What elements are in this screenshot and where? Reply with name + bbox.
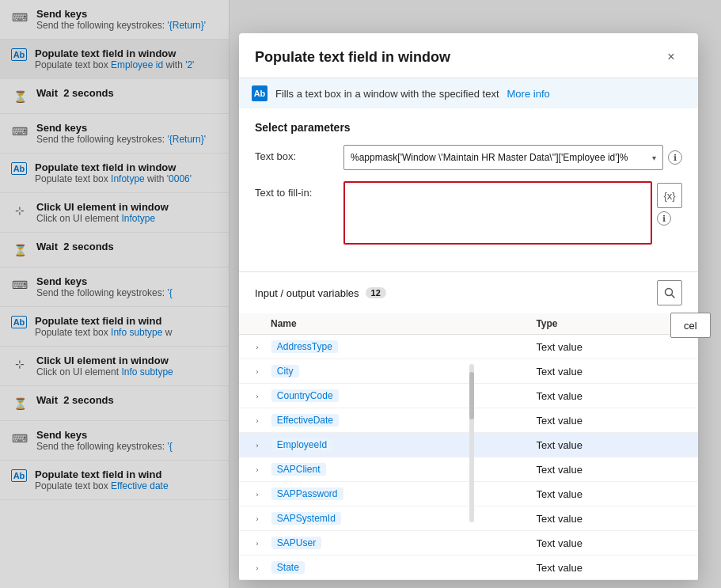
var-row-name: › SAPClient [239, 457, 523, 482]
table-row[interactable]: › SAPSystemId Text value [239, 506, 698, 531]
table-row[interactable]: › City Text value [239, 359, 698, 384]
expand-icon[interactable]: › [252, 415, 263, 427]
textbox-info-icon: Ab [252, 85, 268, 101]
var-row-type: Text value [523, 384, 698, 408]
more-info-link[interactable]: More info [507, 88, 550, 100]
text-fill-row: Text to fill-in: {x} ℹ [255, 181, 682, 245]
var-row-type: Text value [523, 408, 698, 433]
variables-count-badge: 12 [366, 287, 386, 298]
var-name-tag: State [271, 561, 305, 574]
var-name-tag: SAPClient [271, 463, 326, 476]
textbox-info-button[interactable]: ℹ [668, 150, 682, 165]
var-row-name: › CountryCode [239, 384, 523, 408]
var-name-tag: SAPSystemId [271, 512, 341, 525]
variables-title: Input / output variables [255, 287, 359, 299]
modal-close-button[interactable]: × [660, 46, 682, 68]
chevron-down-icon: ▾ [652, 154, 656, 162]
cancel-button[interactable]: cel [670, 313, 711, 338]
populate-text-field-modal: Populate text field in window × Ab Fills… [239, 33, 698, 580]
var-row-name: › SAPPassword [239, 482, 523, 506]
search-icon [664, 287, 675, 298]
var-name-tag: AddressType [271, 340, 338, 353]
var-row-type: Text value [523, 531, 698, 556]
modal-title: Populate text field in window [255, 49, 450, 66]
var-name-tag: CountryCode [271, 389, 339, 402]
variables-search-button[interactable] [657, 280, 682, 305]
textbox-select-value: %appmask['Window \'Maintain HR Master Da… [351, 152, 647, 163]
table-row[interactable]: › EmployeeId Text value [239, 433, 698, 457]
var-row-name: › EmployeeId [239, 433, 523, 457]
var-row-type: Text value [523, 359, 698, 384]
col-name-header: Name [239, 313, 523, 335]
expand-icon[interactable]: › [252, 538, 263, 549]
var-row-name: › SAPSystemId [239, 506, 523, 531]
var-name-tag: City [271, 365, 299, 377]
var-row-type: Text value [523, 433, 698, 457]
table-row[interactable]: › CountryCode Text value [239, 384, 698, 408]
expand-icon[interactable]: › [252, 465, 263, 476]
expand-icon[interactable]: › [252, 391, 263, 402]
var-name-tag: EffectiveDate [271, 414, 339, 427]
textbox-label: Text box: [255, 145, 334, 162]
variables-panel: Input / output variables 12 Name Type › [239, 271, 698, 580]
expand-icon[interactable]: › [252, 342, 263, 353]
var-row-name: › State [239, 556, 523, 580]
expand-icon[interactable]: › [252, 563, 263, 574]
svg-line-1 [672, 295, 675, 298]
var-row-name: › SAPUser [239, 531, 523, 556]
table-row[interactable]: › AddressType Text value [239, 335, 698, 359]
text-fill-label: Text to fill-in: [255, 181, 334, 199]
expand-icon[interactable]: › [252, 366, 263, 377]
variables-scrollbar[interactable] [469, 364, 474, 522]
table-row[interactable]: › SAPPassword Text value [239, 482, 698, 506]
textbox-row: Text box: %appmask['Window \'Maintain HR… [255, 145, 682, 170]
text-fill-input[interactable] [343, 181, 652, 245]
textbox-select[interactable]: %appmask['Window \'Maintain HR Master Da… [343, 145, 663, 170]
expand-icon[interactable]: › [252, 440, 263, 451]
var-row-name: › EffectiveDate [239, 408, 523, 433]
text-fill-info-button[interactable]: ℹ [657, 211, 671, 226]
expand-icon[interactable]: › [252, 514, 263, 525]
var-row-type: Text value [523, 457, 698, 482]
var-row-type: Text value [523, 506, 698, 531]
var-row-type: Text value [523, 335, 698, 359]
modal-body: Select parameters Text box: %appmask['Wi… [239, 108, 698, 268]
var-row-name: › City [239, 359, 523, 384]
var-row-type: Text value [523, 482, 698, 506]
var-name-tag: SAPUser [271, 537, 321, 549]
table-row[interactable]: › EffectiveDate Text value [239, 408, 698, 433]
table-row[interactable]: › SAPClient Text value [239, 457, 698, 482]
variables-table: Name Type › AddressType Text value › Cit… [239, 313, 698, 580]
var-row-type: Text value [523, 556, 698, 580]
params-section-title: Select parameters [255, 121, 682, 134]
expand-icon[interactable]: › [252, 489, 263, 500]
table-row[interactable]: › State Text value [239, 556, 698, 580]
var-name-tag: SAPPassword [271, 487, 343, 500]
modal-info-bar: Ab Fills a text box in a window with the… [239, 78, 698, 108]
scrollbar-thumb [469, 372, 474, 419]
table-row[interactable]: › SAPUser Text value [239, 531, 698, 556]
var-name-tag: EmployeeId [271, 438, 332, 451]
modal-info-text: Fills a text box in a window with the sp… [275, 88, 499, 100]
var-row-name: › AddressType [239, 335, 523, 359]
variable-picker-button[interactable]: {x} [657, 183, 682, 208]
modal-header: Populate text field in window × [239, 33, 698, 78]
variables-header: Input / output variables 12 [239, 272, 698, 313]
